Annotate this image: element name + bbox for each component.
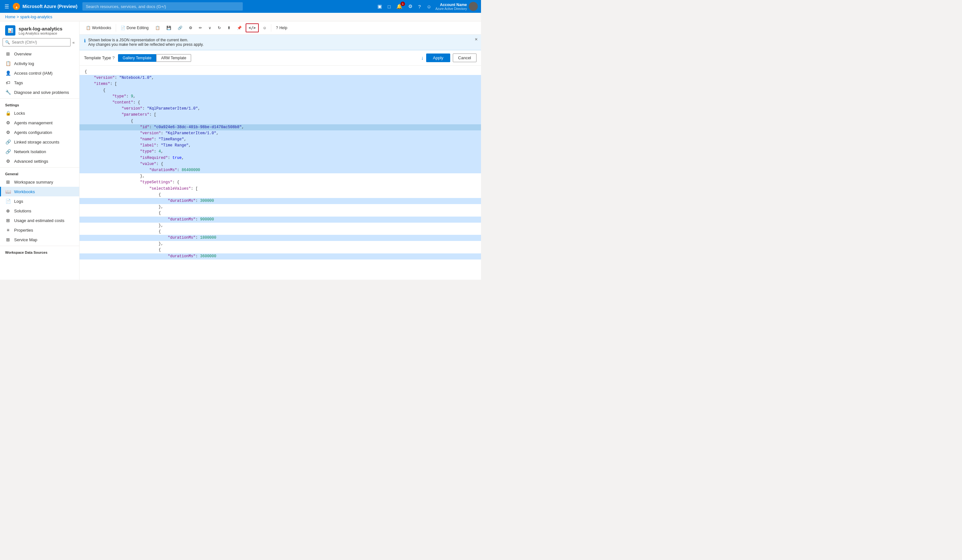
json-line: "durationMs": 300000 (79, 198, 481, 204)
tab-arm-template[interactable]: ARM Template (156, 54, 191, 62)
apply-button[interactable]: Apply (426, 53, 450, 62)
workbooks-icon: 📖 (5, 189, 11, 194)
sidebar-label-locks: Locks (14, 111, 25, 116)
sidebar-item-activity-log[interactable]: 📋 Activity log (0, 59, 79, 68)
directory-icon[interactable]: □ (386, 3, 392, 11)
move-down-btn[interactable]: ∨ (206, 24, 214, 32)
json-line: }, (79, 204, 481, 210)
info-close-btn[interactable]: ✕ (475, 37, 478, 42)
help-icon[interactable]: ? (416, 3, 423, 11)
sidebar-search-input[interactable] (3, 38, 71, 47)
sidebar-item-locks[interactable]: 🔒 Locks (0, 108, 79, 118)
account-menu[interactable]: Account Name Azure Active Directory (436, 2, 478, 11)
sidebar-label-overview: Overview (14, 51, 31, 56)
json-line: "typeSettings": { (79, 179, 481, 185)
sidebar-item-properties[interactable]: ≡ Properties (0, 225, 79, 235)
save-new-btn[interactable]: 📋 (153, 24, 163, 32)
json-line: "version": "KqlParameterItem/1.0", (79, 130, 481, 137)
download-icon[interactable]: ↓ (421, 55, 424, 61)
code-view-btn[interactable]: </> (245, 23, 259, 32)
solutions-icon: ⊕ (5, 208, 11, 213)
sidebar-label-linked-storage: Linked storage accounts (14, 140, 59, 145)
tab-gallery-template[interactable]: Gallery Template (118, 54, 157, 62)
json-line: { (79, 69, 481, 75)
pin-btn[interactable]: 📌 (234, 24, 244, 32)
sidebar-search[interactable]: 🔍 « (3, 38, 77, 47)
cloud-shell-icon[interactable]: ▣ (376, 2, 384, 11)
settings-btn2[interactable]: ⚙ (186, 24, 195, 32)
info-line2: Any changes you make here will be reflec… (88, 42, 203, 47)
activity-log-icon: 📋 (5, 61, 11, 66)
logs-icon: 📄 (5, 199, 11, 204)
sidebar-item-advanced-settings[interactable]: ⚙ Advanced settings (0, 156, 79, 166)
template-type-row: Template Type ? Gallery Template ARM Tem… (79, 50, 481, 66)
breadcrumb-separator: > (17, 15, 19, 19)
nav-divider-1 (0, 98, 79, 99)
json-line: }, (79, 173, 481, 179)
global-search-input[interactable] (82, 2, 243, 11)
sidebar-label-agents-config: Agents configuration (14, 130, 52, 135)
save-new-icon: 📋 (155, 26, 160, 30)
json-line: { (79, 210, 481, 216)
workbooks-btn[interactable]: 📋 Workbooks (83, 24, 114, 32)
refresh-btn[interactable]: ↻ (215, 24, 223, 32)
info-message: Shown below is a JSON representation of … (88, 38, 203, 47)
sidebar-item-diagnose[interactable]: 🔧 Diagnose and solve problems (0, 87, 79, 97)
sidebar-item-service-map[interactable]: ⊞ Service Map (0, 235, 79, 245)
sidebar-item-tags[interactable]: 🏷 Tags (0, 78, 79, 87)
nav-divider-2 (0, 167, 79, 167)
sidebar-search-icon: 🔍 (5, 40, 10, 45)
workspace-summary-icon: ⊞ (5, 179, 11, 185)
sidebar-label-tags: Tags (14, 80, 23, 85)
help-btn[interactable]: ? Help (273, 24, 290, 32)
edit-icon: ✏ (199, 26, 202, 30)
upload-btn[interactable]: ⬆ (225, 24, 233, 32)
json-line: "isRequired": true, (79, 155, 481, 161)
nav-section-general: General (0, 169, 79, 177)
breadcrumb-home[interactable]: Home (5, 15, 15, 19)
done-editing-btn[interactable]: 📄 Done Editing (118, 24, 151, 32)
sidebar-label-access-control: Access control (IAM) (14, 71, 53, 76)
hamburger-menu-icon[interactable]: ☰ (3, 2, 10, 11)
sidebar-label-workbooks: Workbooks (14, 189, 35, 194)
json-line: { (79, 247, 481, 253)
json-editor[interactable]: { "version": "Notebook/1.0", "items": [ … (79, 66, 481, 280)
sidebar-item-workbooks[interactable]: 📖 Workbooks (0, 187, 79, 196)
template-type-left: Template Type ? Gallery Template ARM Tem… (84, 54, 191, 62)
template-type-info-icon: ? (112, 55, 115, 60)
breadcrumb: Home > spark-log-analytics (0, 13, 481, 21)
json-line: "id": "c0a924e6-38dc-401b-98be-d1470ac50… (79, 124, 481, 130)
sidebar-item-workspace-summary[interactable]: ⊞ Workspace summary (0, 177, 79, 187)
settings-icon2: ⚙ (189, 26, 192, 30)
sidebar-item-network-isolation[interactable]: 🔗 Network Isolation (0, 147, 79, 156)
sidebar-label-usage-costs: Usage and estimated costs (14, 218, 65, 223)
pin-icon: 📌 (237, 26, 242, 30)
sidebar-item-logs[interactable]: 📄 Logs (0, 196, 79, 206)
info-banner: ℹ Shown below is a JSON representation o… (79, 35, 481, 50)
account-avatar (469, 2, 478, 11)
sidebar-item-agents-config[interactable]: ⚙ Agents configuration (0, 127, 79, 137)
account-name: Account Name (436, 3, 467, 7)
feedback-icon[interactable]: ☺ (425, 3, 433, 11)
sidebar-item-agents-mgmt[interactable]: ⚙ Agents management (0, 118, 79, 127)
emoji-btn[interactable]: ☺ (260, 24, 269, 32)
sidebar-label-activity-log: Activity log (14, 61, 34, 66)
save-btn[interactable]: 💾 (164, 24, 174, 32)
sidebar-item-usage-costs[interactable]: ⊞ Usage and estimated costs (0, 216, 79, 225)
copy-link-btn[interactable]: 🔗 (175, 24, 185, 32)
sidebar-item-linked-storage[interactable]: 🔗 Linked storage accounts (0, 137, 79, 147)
done-editing-icon: 📄 (121, 26, 125, 30)
edit-btn[interactable]: ✏ (196, 24, 205, 32)
network-isolation-icon: 🔗 (5, 149, 11, 154)
sidebar-collapse-icon[interactable]: « (71, 39, 77, 45)
sidebar-item-access-control[interactable]: 👤 Access control (IAM) (0, 68, 79, 78)
properties-icon: ≡ (5, 227, 11, 233)
breadcrumb-current[interactable]: spark-log-analytics (20, 15, 52, 19)
cancel-button[interactable]: Cancel (453, 53, 476, 62)
sidebar-item-solutions[interactable]: ⊕ Solutions (0, 206, 79, 216)
save-icon: 💾 (166, 26, 171, 30)
notifications-icon[interactable]: 🔔1 (394, 2, 404, 11)
sidebar-item-overview[interactable]: ⊞ Overview (0, 49, 79, 59)
json-line: "durationMs": 900000 (79, 217, 481, 223)
settings-icon[interactable]: ⚙ (406, 2, 414, 11)
